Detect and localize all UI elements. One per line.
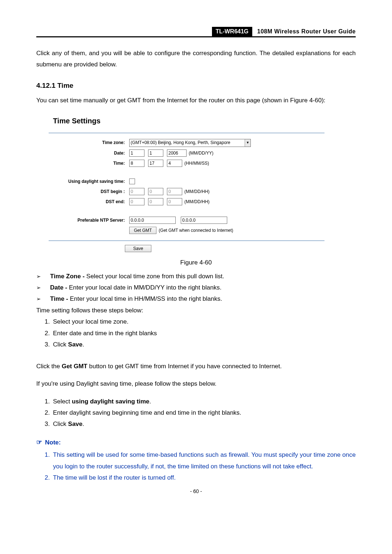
- get-gmt-hint: (Get GMT when connected to Internet): [159, 226, 233, 234]
- pointing-hand-icon: ☞: [36, 436, 42, 448]
- dst-end-a-input[interactable]: [129, 198, 144, 205]
- intro-paragraph: Click any of them, and you will be able …: [36, 48, 356, 70]
- timezone-select[interactable]: (GMT+08:00) Beijing, Hong Kong, Perth, S…: [129, 139, 251, 147]
- page-number: - 60 -: [36, 487, 356, 496]
- time-settings-screenshot: Time Settings Time zone: (GMT+08:00) Bei…: [49, 112, 324, 253]
- date-mm-input[interactable]: [129, 149, 144, 157]
- panel-title: Time Settings: [49, 112, 324, 133]
- model-badge: TL-WR641G: [212, 27, 252, 36]
- date-label: Date:: [52, 149, 129, 157]
- save-button[interactable]: Save: [125, 245, 151, 252]
- dst-end-hint: (MM/DD/HH): [184, 198, 209, 206]
- dst-checkbox[interactable]: [129, 178, 135, 184]
- time-hint: (HH/MM/SS): [184, 159, 209, 167]
- dst-begin-c-input[interactable]: [167, 188, 182, 195]
- dst-begin-a-input[interactable]: [129, 188, 144, 195]
- date-hint: (MM/DD/YY): [189, 149, 213, 157]
- timezone-label: Time zone:: [52, 139, 129, 147]
- get-gmt-button[interactable]: Get GMT: [129, 227, 156, 234]
- page-header: TL-WR641G 108M Wireless Router User Guid…: [36, 27, 356, 36]
- field-description-list: ➢Time Zone - Select your local time zone…: [36, 271, 356, 305]
- section-heading: 4.12.1 Time: [36, 79, 356, 92]
- time-ss-input[interactable]: [167, 160, 182, 167]
- time-label: Time:: [52, 159, 129, 167]
- guide-title: 108M Wireless Router User Guide: [252, 27, 356, 36]
- dst-end-b-input[interactable]: [148, 198, 163, 205]
- dst-begin-label: DST begin :: [52, 188, 129, 196]
- dst-end-label: DST end:: [52, 198, 129, 206]
- chevron-down-icon: ▼: [245, 139, 250, 147]
- date-dd-input[interactable]: [148, 149, 163, 157]
- ntp-label: Preferable NTP Server:: [52, 216, 129, 224]
- getgmt-paragraph: Click the Get GMT button to get GMT time…: [36, 361, 356, 372]
- note-heading: ☞ Note:: [36, 436, 356, 448]
- ntp2-input[interactable]: [181, 217, 227, 224]
- dst-end-c-input[interactable]: [167, 198, 182, 205]
- timezone-value: (GMT+08:00) Beijing, Hong Kong, Perth, S…: [131, 139, 230, 147]
- time-mm-input[interactable]: [148, 160, 163, 167]
- time-hh-input[interactable]: [129, 160, 144, 167]
- dst-steps-list: Select using daylight saving time. Enter…: [36, 396, 356, 430]
- date-yy-input[interactable]: [167, 149, 187, 157]
- steps-list: Select your local time zone. Enter date …: [36, 316, 356, 350]
- dst-intro: If you're using Daylight saving time, pl…: [36, 378, 356, 389]
- figure-caption: Figure 4-60: [36, 257, 356, 268]
- ntp1-input[interactable]: [129, 217, 176, 224]
- dst-use-label: Using daylight saving time:: [52, 177, 129, 185]
- dst-begin-b-input[interactable]: [148, 188, 163, 195]
- dst-begin-hint: (MM/DD/HH): [184, 188, 209, 196]
- steps-intro: Time setting follows these steps below:: [36, 305, 356, 316]
- section-intro: You can set time manually or get GMT fro…: [36, 95, 356, 106]
- note-list: This setting will be used for some time-…: [36, 449, 356, 483]
